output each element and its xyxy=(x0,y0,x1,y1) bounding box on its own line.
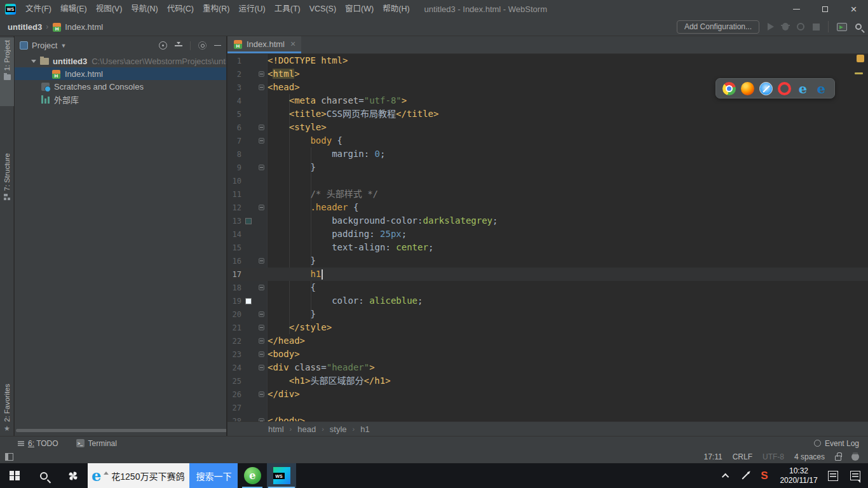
indent-setting[interactable]: 4 spaces xyxy=(794,452,825,461)
highlighting-level-icon[interactable] xyxy=(851,453,859,461)
locate-file-icon[interactable] xyxy=(159,41,167,50)
menu-item[interactable]: 编辑(E) xyxy=(56,0,92,18)
fold-icon[interactable] xyxy=(259,285,264,290)
ie-search-widget[interactable]: e 花1250万买下赛鸽 搜索一下 xyxy=(88,463,238,488)
code-line[interactable]: 27 xyxy=(227,401,868,414)
tree-row-external-libraries[interactable]: 外部库 xyxy=(15,93,226,105)
hide-panel-icon[interactable] xyxy=(214,45,221,46)
terminal-tool-window[interactable]: >_ Terminal xyxy=(76,439,117,448)
code-line[interactable]: 13 background-color:darkslategrey; xyxy=(227,214,868,227)
taskbar-browser-button[interactable]: e xyxy=(238,463,267,488)
fold-icon[interactable] xyxy=(259,71,264,77)
code-line[interactable]: 6 <style> xyxy=(227,121,868,134)
tool-window-favorites[interactable]: 2: Favorites ★ xyxy=(0,371,14,435)
fold-icon[interactable] xyxy=(259,125,264,130)
fold-icon[interactable] xyxy=(259,85,264,90)
color-swatch[interactable] xyxy=(246,219,251,224)
breadcrumb-item[interactable]: h1 xyxy=(360,424,369,434)
tree-row-scratches[interactable]: Scratches and Consoles xyxy=(15,80,226,93)
nav-crumb-file[interactable]: Index.html xyxy=(65,22,103,32)
file-encoding[interactable]: UTF-8 xyxy=(763,452,784,461)
menu-item[interactable]: 运行(U) xyxy=(234,0,269,18)
inspections-indicator[interactable] xyxy=(857,55,864,62)
code-line[interactable]: 8 margin: 0; xyxy=(227,147,868,161)
tool-window-structure[interactable]: 7: Structure xyxy=(0,151,14,227)
code-line[interactable]: 26</div> xyxy=(227,388,868,401)
tray-expand-button[interactable] xyxy=(717,463,736,488)
code-line[interactable]: 10 xyxy=(227,174,868,187)
code-line[interactable]: 22</head> xyxy=(227,334,868,348)
tab-index-html[interactable]: Index.html × xyxy=(227,36,301,53)
tab-close-icon[interactable]: × xyxy=(290,39,295,48)
taskbar-search-button[interactable] xyxy=(29,463,58,488)
fold-icon[interactable] xyxy=(259,311,264,317)
tool-window-project[interactable]: 1: Project xyxy=(0,37,14,106)
code-line[interactable]: 23<body> xyxy=(227,348,868,361)
fold-icon[interactable] xyxy=(259,325,264,330)
fold-icon[interactable] xyxy=(259,338,264,344)
code-line[interactable]: 19 color: aliceblue; xyxy=(227,294,868,308)
search-submit-button[interactable]: 搜索一下 xyxy=(189,463,238,488)
pinwheel-app-button[interactable] xyxy=(58,463,88,488)
code-line[interactable]: 11 /* 头部样式 */ xyxy=(227,187,868,201)
debug-icon[interactable] xyxy=(782,23,789,30)
stop-icon[interactable] xyxy=(813,24,820,30)
opera-icon[interactable] xyxy=(778,82,791,95)
add-configuration-button[interactable]: Add Configuration... xyxy=(677,20,759,34)
gear-icon[interactable] xyxy=(198,41,207,50)
code-line[interactable]: 20 } xyxy=(227,308,868,321)
fold-icon[interactable] xyxy=(259,391,264,397)
todo-tool-window[interactable]: 6: TODO xyxy=(18,439,58,448)
code-line[interactable]: 25 <h1>头部区域部分</h1> xyxy=(227,374,868,388)
code-line[interactable]: 21 </style> xyxy=(227,321,868,334)
breadcrumb-item[interactable]: style xyxy=(330,424,347,434)
taskbar-clock[interactable]: 10:32 2020/11/17 xyxy=(774,466,824,485)
code-line[interactable]: 14 padding: 25px; xyxy=(227,227,868,241)
run-icon[interactable] xyxy=(768,23,774,30)
menu-item[interactable]: VCS(S) xyxy=(305,0,341,18)
close-button[interactable]: × xyxy=(839,0,868,18)
firefox-icon[interactable] xyxy=(741,82,754,95)
menu-item[interactable]: 帮助(H) xyxy=(378,0,414,18)
news-headline-area[interactable]: e 花1250万买下赛鸽 xyxy=(88,463,189,488)
start-button[interactable] xyxy=(0,463,29,488)
code-line[interactable]: 12 .header { xyxy=(227,201,868,214)
code-line[interactable]: 16 } xyxy=(227,254,868,268)
menu-item[interactable]: 窗口(W) xyxy=(341,0,378,18)
tray-notepad-button[interactable] xyxy=(824,463,843,488)
code-line[interactable]: 17 h1 xyxy=(227,268,868,281)
tree-row-index-html[interactable]: Index.html xyxy=(15,67,226,80)
chevron-down-icon[interactable]: ▼ xyxy=(60,43,66,49)
code-line[interactable]: 1<!DOCTYPE html> xyxy=(227,54,868,67)
warning-stripe-mark[interactable] xyxy=(855,72,863,74)
collapse-all-icon[interactable] xyxy=(175,42,182,50)
horizontal-scrollbar[interactable] xyxy=(16,429,227,432)
tray-pen-button[interactable] xyxy=(736,463,755,488)
color-swatch[interactable] xyxy=(246,299,251,304)
restore-button[interactable] xyxy=(811,0,839,18)
fold-icon[interactable] xyxy=(259,351,264,357)
tray-sogou-button[interactable]: S xyxy=(755,463,774,488)
code-line[interactable]: 15 text-align: center; xyxy=(227,241,868,254)
menu-item[interactable]: 视图(V) xyxy=(92,0,127,18)
ie-icon[interactable]: e xyxy=(796,82,810,95)
project-view-title[interactable]: Project xyxy=(32,41,57,50)
action-center-button[interactable] xyxy=(843,463,868,488)
menu-item[interactable]: 重构(R) xyxy=(198,0,234,18)
news-headline[interactable]: 花1250万买下赛鸽 xyxy=(111,470,184,482)
menu-item[interactable]: 代码(C) xyxy=(163,0,198,18)
chrome-icon[interactable] xyxy=(722,82,736,95)
code-line[interactable]: 18 { xyxy=(227,281,868,294)
menu-item[interactable]: 文件(F) xyxy=(21,0,56,18)
fold-icon[interactable] xyxy=(259,138,264,144)
fold-icon[interactable] xyxy=(259,258,264,264)
search-everywhere-icon[interactable] xyxy=(855,24,862,30)
taskbar-webstorm-button[interactable] xyxy=(267,463,296,488)
breadcrumb-item[interactable]: html xyxy=(268,424,284,434)
line-separator[interactable]: CRLF xyxy=(733,452,752,461)
fold-icon[interactable] xyxy=(259,365,264,370)
menu-item[interactable]: 导航(N) xyxy=(126,0,162,18)
tree-row-root[interactable]: untitled3 C:\Users\acer\WebstormProjects… xyxy=(15,55,226,67)
nav-crumb-project[interactable]: untitled3 xyxy=(8,22,42,32)
profile-icon[interactable] xyxy=(797,23,804,30)
